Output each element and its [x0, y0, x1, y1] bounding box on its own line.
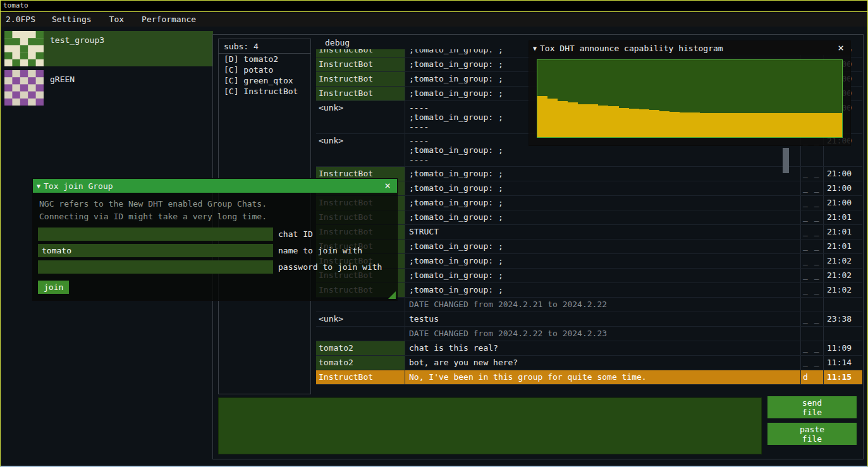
join-name-row: name to join with — [38, 244, 392, 257]
menu-tox[interactable]: Tox — [101, 15, 133, 24]
member-item[interactable]: [D] tomato2 — [219, 54, 310, 64]
join-group-title: Tox join Group — [40, 181, 382, 191]
resize-grip[interactable] — [388, 291, 396, 299]
chat-row[interactable]: InstructBot;tomato_in_group: ;_ _21:02 — [316, 254, 862, 269]
send-file-button[interactable]: send file — [767, 396, 857, 418]
message-flags: _ _ — [800, 210, 823, 224]
histogram-bar — [812, 113, 822, 137]
chat-row[interactable]: InstructBot;tomato_in_group: ;_ _21:00 — [316, 196, 862, 210]
message-text: ;tomato_in_group: ; — [405, 240, 800, 253]
histogram-bar — [761, 113, 771, 137]
fps-counter: 2.0FPS — [1, 15, 43, 24]
member-item[interactable]: [C] InstructBot — [219, 86, 310, 97]
message-text: ;tomato_in_group: ; — [405, 254, 800, 268]
chat-row[interactable]: InstructBot;tomato_in_group: ;_ _21:02 — [316, 269, 862, 283]
message-flags: _ _ — [800, 181, 823, 195]
chat-row[interactable]: InstructBot;tomato_in_group: ;_ _21:02 — [316, 283, 862, 298]
chat-row[interactable]: InstructBot;tomato_in_group: ;_ _21:00 — [316, 167, 862, 181]
group-avatar — [4, 70, 44, 106]
message-time: 21:02 — [823, 254, 862, 268]
join-name-input[interactable] — [38, 244, 273, 257]
message-time: 23:38 — [823, 312, 862, 326]
dht-histogram-window: ▼ Tox DHT announce capability histogram … — [529, 40, 851, 146]
sender-name: <unk> — [316, 101, 405, 133]
message-flags: _ _ — [800, 312, 823, 326]
groups-sidebar: test_group3 gREEN — [4, 31, 213, 109]
sender-name: InstructBot — [316, 49, 405, 57]
join-password-row: password to join with — [38, 260, 392, 274]
chat-row[interactable]: InstructBot;tomato_in_group: ;_ _21:00 — [316, 181, 862, 196]
message-text: ;tomato_in_group: ; — [405, 196, 800, 210]
message-time: 21:02 — [823, 269, 862, 282]
scrollbar-thumb[interactable] — [783, 148, 789, 173]
message-text: ;tomato_in_group: ; — [405, 167, 800, 181]
chat-row[interactable]: InstructBotSTRUCT_ _21:01 — [316, 225, 862, 240]
histogram-bar — [568, 102, 578, 137]
histogram-bar — [792, 113, 802, 137]
message-time: 21:01 — [823, 210, 862, 224]
date-changed-row: DATE CHANGED from 2024.2.21 to 2024.2.22 — [316, 298, 862, 312]
histogram-bar — [547, 99, 558, 137]
chat-row[interactable]: tomato2bot, are you new here?_ _11:14 — [316, 356, 862, 370]
join-password-input[interactable] — [38, 260, 273, 274]
member-item[interactable]: [C] potato — [219, 64, 310, 75]
window-titlebar[interactable]: tomato — [1, 1, 867, 12]
subs-count-label: subs: 4 — [219, 39, 310, 54]
menu-performance[interactable]: Performance — [133, 15, 205, 24]
histogram-bar — [558, 101, 568, 137]
join-info-line: Connecting via ID might take a very long… — [39, 210, 391, 223]
chat-row[interactable]: InstructBotNo, I've been in this group f… — [316, 370, 862, 385]
member-item[interactable]: [C] green_qtox — [219, 75, 310, 86]
close-icon[interactable]: × — [835, 44, 847, 52]
chat-row[interactable]: InstructBot;tomato_in_group: ;_ _21:01 — [316, 210, 862, 225]
message-flags: _ _ — [800, 283, 823, 297]
menu-bar: 2.0FPS Settings Tox Performance — [1, 12, 867, 27]
message-flags: _ _ — [800, 341, 823, 355]
histogram-bar — [639, 109, 649, 137]
close-icon[interactable]: × — [382, 181, 393, 190]
histogram-bar — [802, 113, 812, 137]
member-list: [D] tomato2[C] potato[C] green_qtox[C] I… — [219, 54, 310, 97]
sender-name: tomato2 — [316, 341, 405, 355]
message-flags: _ _ — [800, 167, 823, 181]
sender-name: InstructBot — [316, 87, 405, 100]
dht-capability-histogram — [537, 59, 843, 138]
histogram-bar — [659, 111, 669, 137]
sender-name: <unk> — [316, 312, 405, 326]
join-button[interactable]: join — [38, 281, 69, 294]
chat-id-input[interactable] — [38, 227, 273, 241]
menu-settings[interactable]: Settings — [43, 15, 101, 24]
histogram-bar — [822, 113, 832, 137]
histogram-bar — [781, 113, 792, 137]
chat-row[interactable]: <unk>testus_ _23:38 — [316, 312, 862, 327]
message-input[interactable] — [218, 397, 762, 454]
message-time: 21:00 — [823, 181, 862, 195]
histogram-bar — [669, 112, 680, 137]
chat-id-row: chat ID — [38, 227, 392, 241]
message-flags: _ _ — [800, 240, 823, 253]
group-item-green[interactable]: gREEN — [4, 70, 213, 106]
dht-histogram-titlebar[interactable]: ▼ Tox DHT announce capability histogram … — [529, 41, 850, 55]
message-time — [823, 327, 862, 341]
message-time: 21:01 — [823, 225, 862, 239]
message-text: ;tomato_in_group: ; — [405, 283, 800, 297]
histogram-bar — [690, 112, 700, 137]
sender-name: InstructBot — [316, 370, 405, 384]
window-title: tomato — [3, 1, 28, 9]
sender-name — [316, 327, 405, 341]
message-flags — [800, 298, 823, 312]
paste-file-button[interactable]: paste file — [767, 423, 857, 445]
message-time — [823, 298, 862, 312]
join-group-titlebar[interactable]: ▼ Tox join Group × — [33, 179, 397, 193]
message-time: 21:00 — [823, 167, 862, 181]
group-item-test-group3[interactable]: test_group3 — [4, 31, 213, 66]
chat-row[interactable]: InstructBot;tomato_in_group: ;_ _21:01 — [316, 240, 862, 254]
chat-row[interactable]: tomato2chat is this real?_ _11:09 — [316, 341, 862, 356]
dht-histogram-title: Tox DHT announce capability histogram — [537, 44, 835, 53]
message-time: 11:15 — [823, 370, 862, 384]
histogram-bar — [680, 112, 690, 137]
message-text: STRUCT — [405, 225, 800, 239]
sender-name: tomato2 — [316, 356, 405, 370]
chat-id-label: chat ID — [273, 229, 313, 239]
message-text: chat is this real? — [405, 341, 800, 355]
